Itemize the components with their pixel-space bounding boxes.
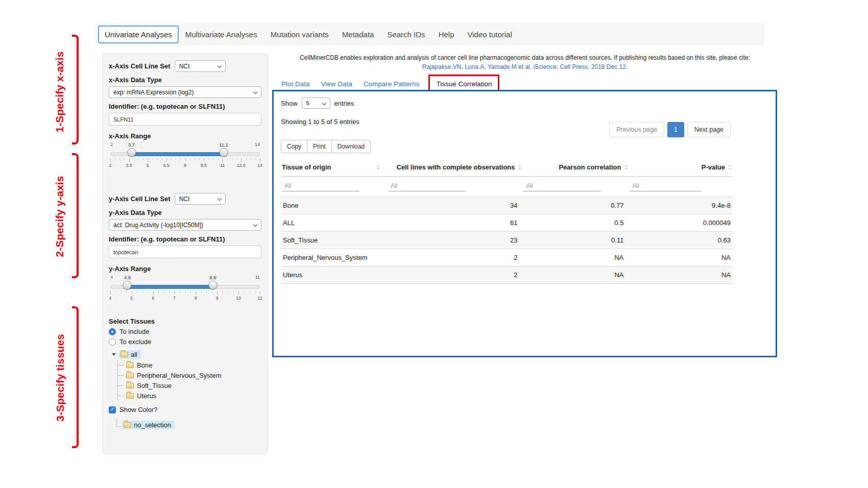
filter-input-cell-lines-with-complete-observations[interactable]: [388, 181, 466, 191]
y-axis-cell-line-set-label: y-Axis Cell Line Set: [109, 195, 171, 203]
tree-node-all-label: all: [131, 351, 137, 358]
sort-icon[interactable]: ▲▼: [518, 164, 522, 170]
slider-minor-tick: [208, 158, 209, 160]
slider-handle-from[interactable]: [123, 281, 132, 289]
slider-minor-tick: [233, 291, 234, 293]
tree-node-no-selection[interactable]: no_selection: [115, 421, 261, 429]
tree-node-uterus[interactable]: Uterus: [118, 391, 261, 401]
column-header-label: Cell lines with complete observations: [397, 163, 515, 171]
tree-node-soft-tissue[interactable]: Soft_Tissue: [118, 380, 261, 391]
slider-minor-tick: [115, 291, 116, 293]
table-row-all[interactable]: ALL610.50.000049: [281, 214, 733, 231]
tree-node-bone[interactable]: Bone: [118, 360, 261, 370]
next-page-button[interactable]: Next page: [687, 122, 731, 137]
sort-icon[interactable]: ▲▼: [728, 164, 732, 170]
slider-minor-tick: [228, 291, 228, 293]
y-axis-data-type-select[interactable]: act: Drug Activity (-log10[IC50M]): [109, 219, 261, 231]
slider-minor-tick: [180, 291, 180, 293]
column-header-pearson-correlation[interactable]: Pearson correlation▲▼: [522, 163, 629, 171]
slider-tick-label: 10: [236, 296, 241, 301]
slider-minor-tick: [158, 291, 159, 293]
tree-node-all-highlight[interactable]: all: [119, 350, 141, 359]
slider-handle-to[interactable]: [220, 148, 228, 157]
table-row-bone[interactable]: Bone340.779.4e-8: [281, 197, 733, 214]
tree-node-all[interactable]: all: [111, 349, 261, 360]
tree-toggle-icon[interactable]: [112, 353, 116, 356]
nav-tab-search-ids[interactable]: Search IDs: [380, 26, 431, 43]
cell-value: 0.000049: [629, 219, 733, 227]
x-axis-data-type-value: exp: mRNA Expression (log2): [113, 89, 194, 96]
show-color-checkbox[interactable]: [109, 406, 116, 413]
slider-tick-label: 2: [109, 163, 111, 168]
nav-tab-mutation-variants[interactable]: Mutation variants: [264, 26, 335, 43]
annotation-bracket-3: [72, 306, 79, 448]
filter-cell: [629, 181, 733, 191]
y-axis-cell-line-set-select[interactable]: NCI: [175, 193, 226, 205]
btn-copy[interactable]: Copy: [281, 140, 307, 153]
slider-tick-label: 14: [257, 163, 262, 168]
slider-handle-to[interactable]: [208, 281, 217, 289]
entries-select[interactable]: 5: [302, 97, 330, 109]
filter-input-p-value[interactable]: [630, 181, 701, 191]
btn-print[interactable]: Print: [307, 140, 332, 153]
slider-minor-tick: [171, 158, 172, 160]
cell-value: NA: [629, 271, 733, 279]
cell-value: NA: [522, 254, 629, 261]
x-axis-range-slider[interactable]: 23.711.11423.556.589.51112.514: [110, 142, 260, 172]
slider-minor-tick: [138, 158, 139, 160]
slider-tick: [132, 291, 132, 295]
top-nav: Univariate AnalysesMultivariate Analyses…: [95, 23, 765, 45]
tree-node-no-selection-highlight[interactable]: no_selection: [122, 421, 175, 429]
slider-minor-tick: [157, 158, 158, 160]
filter-input-tissue-of-origin[interactable]: [282, 181, 359, 191]
btn-download[interactable]: Download: [331, 140, 371, 153]
filter-cell: [281, 181, 387, 191]
nav-tab-video-tutorial[interactable]: Video tutorial: [461, 26, 518, 43]
radio-to-include[interactable]: To include: [109, 328, 261, 335]
filter-input-pearson-correlation[interactable]: [523, 181, 601, 191]
slider-handle-from[interactable]: [127, 148, 136, 157]
slider-tick: [217, 291, 218, 295]
show-color-label: Show Color?: [119, 406, 157, 413]
show-color-row[interactable]: Show Color?: [109, 406, 261, 413]
radio-to-exclude[interactable]: To exclude: [109, 338, 261, 346]
slider-tick: [223, 158, 223, 162]
column-header-tissue-of-origin[interactable]: Tissue of origin▲▼: [281, 163, 387, 171]
slider-tick-label: 11: [220, 163, 225, 168]
x-axis-identifier-label: Identifier: (e.g. topotecan or SLFN11): [109, 103, 261, 110]
x-axis-cell-line-set-select[interactable]: NCI: [175, 60, 226, 72]
slider-minor-tick: [180, 158, 181, 160]
nav-tab-help[interactable]: Help: [432, 26, 461, 43]
y-axis-identifier-input[interactable]: [109, 246, 261, 258]
tissue-correlation-table: Tissue of origin▲▼Cell lines with comple…: [281, 161, 733, 284]
to-exclude-label: To exclude: [119, 338, 151, 346]
y-axis-range-slider[interactable]: 44.88.8114567891011: [110, 275, 260, 304]
nav-tab-univariate-analyses[interactable]: Univariate Analyses: [98, 26, 179, 43]
slider-selected-range: [127, 285, 212, 289]
x-axis-identifier-input[interactable]: [109, 113, 261, 126]
folder-icon: [126, 393, 134, 399]
sort-icon[interactable]: ▲▼: [624, 164, 628, 170]
table-row-uterus[interactable]: Uterus2NANA: [281, 266, 733, 284]
tree-node-peripheral-nervous-system[interactable]: Peripheral_Nervous_System: [118, 370, 261, 380]
nav-tab-metadata[interactable]: Metadata: [335, 26, 381, 43]
slider-minor-tick: [162, 158, 162, 160]
column-header-cell-lines-with-complete-observations[interactable]: Cell lines with complete observations▲▼: [387, 163, 523, 171]
cell-value: 0.63: [629, 236, 733, 244]
citation-link[interactable]: Rajapakse.VN, Luna.A, Yamade.M et al. iS…: [272, 63, 778, 70]
column-header-label: Tissue of origin: [282, 163, 331, 171]
sort-icon[interactable]: ▲▼: [376, 164, 380, 170]
column-header-p-value[interactable]: P-value▲▼: [629, 163, 733, 171]
table-row-soft-tissue[interactable]: Soft_Tissue230.110.63: [281, 231, 733, 249]
slider-minor-tick: [190, 291, 191, 293]
radio-exclude-icon[interactable]: [109, 338, 116, 346]
previous-page-button[interactable]: Previous page: [609, 122, 664, 137]
cell-value: 23: [387, 236, 523, 244]
tree-node-label: Bone: [137, 361, 152, 369]
table-row-peripheral-nervous-system[interactable]: Peripheral_Nervous_System2NANA: [281, 249, 733, 266]
radio-include-icon[interactable]: [109, 328, 116, 335]
x-axis-data-type-select[interactable]: exp: mRNA Expression (log2): [109, 86, 261, 98]
page-1-button[interactable]: 1: [667, 122, 684, 137]
slider-tick-label: 11: [257, 296, 262, 301]
nav-tab-multivariate-analyses[interactable]: Multivariate Analyses: [179, 26, 264, 43]
